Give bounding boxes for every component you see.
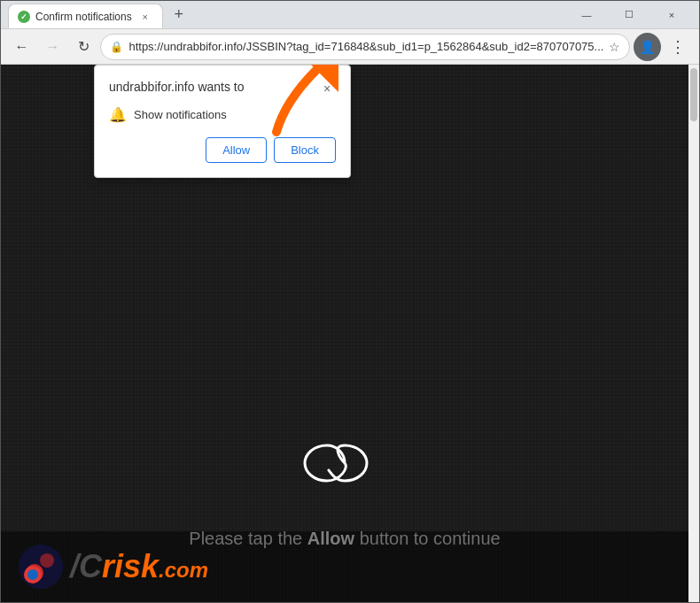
- notification-text: Show notifications: [134, 108, 227, 121]
- back-button[interactable]: ←: [8, 33, 35, 61]
- browser-window: Confirm notifications × + — ☐ × ← → ↻ 🔒 …: [0, 0, 700, 603]
- active-tab[interactable]: Confirm notifications ×: [8, 4, 163, 28]
- popup-buttons: Allow Block: [109, 137, 336, 163]
- bottom-logo: /C risk .com: [1, 531, 688, 602]
- pc-icon: [19, 545, 63, 589]
- browser-content-area: Please tap the Allow button to continue: [1, 65, 699, 602]
- minimize-button[interactable]: —: [566, 1, 607, 29]
- lock-icon: 🔒: [110, 41, 123, 53]
- menu-button[interactable]: ⋮: [665, 33, 692, 61]
- infinity-symbol: [292, 437, 398, 493]
- profile-icon: 👤: [640, 40, 655, 54]
- web-content: Please tap the Allow button to continue: [1, 65, 688, 602]
- svg-point-3: [40, 553, 54, 568]
- block-button[interactable]: Block: [274, 137, 336, 163]
- bookmark-icon[interactable]: ☆: [609, 40, 620, 54]
- forward-button[interactable]: →: [39, 33, 66, 61]
- new-tab-button[interactable]: +: [167, 3, 191, 27]
- orange-arrow: [268, 65, 338, 140]
- navigation-bar: ← → ↻ 🔒 https://undrabbifor.info/JSSBIN?…: [1, 29, 699, 65]
- risk-text: risk: [102, 548, 159, 585]
- window-controls: — ☐ ×: [566, 1, 692, 29]
- dot-com-text: .com: [159, 558, 208, 583]
- url-text: https://undrabbifor.info/JSSBIN?tag_id=7…: [128, 40, 603, 53]
- pc-slash-text: /C: [70, 548, 102, 585]
- bell-icon: 🔔: [109, 106, 127, 123]
- reload-button[interactable]: ↻: [70, 33, 97, 61]
- pcrisk-logo: /C risk .com: [19, 545, 208, 589]
- tab-title: Confirm notifications: [35, 11, 132, 23]
- svg-point-1: [26, 564, 43, 582]
- popup-title: undrabbifor.info wants to: [109, 80, 245, 94]
- tab-close-button[interactable]: ×: [137, 9, 153, 25]
- maximize-button[interactable]: ☐: [609, 1, 649, 29]
- close-button[interactable]: ×: [651, 1, 692, 29]
- scrollbar[interactable]: [688, 65, 699, 602]
- title-bar: Confirm notifications × + — ☐ ×: [1, 1, 699, 29]
- svg-point-2: [29, 568, 40, 578]
- tab-favicon: [18, 11, 30, 23]
- tab-area: Confirm notifications × +: [8, 1, 563, 28]
- allow-button[interactable]: Allow: [206, 137, 267, 163]
- notification-popup: undrabbifor.info wants to × 🔔 Show notif…: [94, 65, 351, 178]
- scrollbar-thumb[interactable]: [690, 68, 697, 121]
- profile-button[interactable]: 👤: [634, 33, 661, 61]
- logo-text-area: /C risk .com: [70, 548, 208, 585]
- address-bar[interactable]: 🔒 https://undrabbifor.info/JSSBIN?tag_id…: [100, 34, 630, 60]
